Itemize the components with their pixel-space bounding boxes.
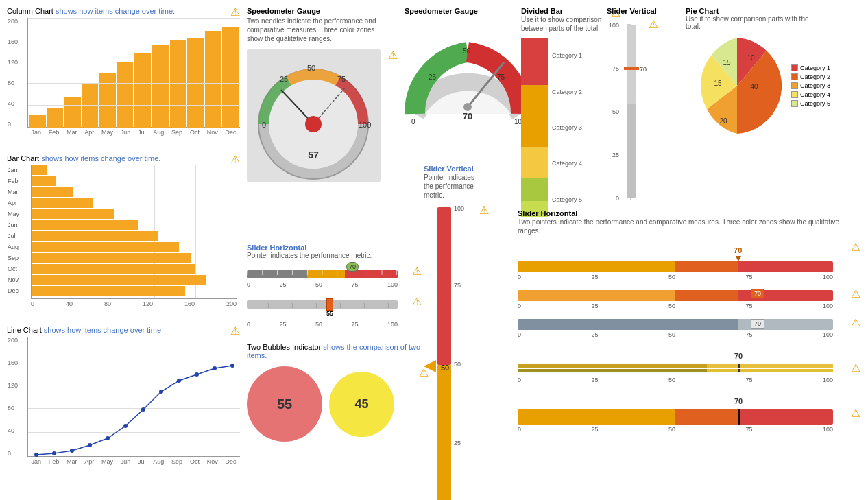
- svg-rect-55: [624, 67, 639, 70]
- svg-text:75: 75: [612, 65, 619, 72]
- db-cat4: [521, 178, 548, 201]
- svg-text:25: 25: [612, 152, 619, 158]
- svg-text:75: 75: [497, 73, 505, 81]
- slider-h-main-1: ⚠ 70 ▼ 0255075100: [518, 246, 860, 281]
- svg-point-2: [70, 449, 74, 453]
- line-chart-canvas: 20016012080400: [27, 337, 240, 457]
- svg-text:100: 100: [454, 205, 464, 212]
- divided-bar-desc: Use it to show comparison between parts …: [521, 15, 620, 33]
- sh1-pointer-label: 70 ▼: [734, 246, 743, 262]
- svg-text:0: 0: [262, 121, 266, 129]
- sh4-label: 70: [734, 352, 743, 360]
- bubbles-warning: ⚠: [419, 366, 429, 379]
- slider-h1-track-container: | | | | | | | | | | | 70: [247, 265, 398, 281]
- svg-point-5: [123, 424, 128, 428]
- pie-chart-desc: Use it to show comparison parts with the…: [686, 15, 823, 30]
- line-chart-xticks: JanFebMarAprMayJunJulAugSepOctNovDec: [27, 458, 240, 465]
- sh5-ticks: 0255075100: [518, 426, 833, 433]
- divided-bar-chart: Category 1 Category 2 Category 3 Categor…: [521, 38, 620, 217]
- svg-text:10: 10: [747, 54, 755, 62]
- slider-h-main-title: Slider Horizontal: [518, 209, 860, 217]
- bubbles-title: Two Bubbles Indicator shows the comparis…: [247, 343, 432, 359]
- svg-point-0: [34, 453, 38, 457]
- slider-h2: ⚠ || || || || || || 55 0255075100: [247, 295, 422, 328]
- sh2-ticks: 0255075100: [518, 302, 833, 309]
- slider-v-left-container: ⚠ 100 75 50 25 0 70: [607, 18, 658, 208]
- slider-h-main-section: Slider Horizontal Two pointers indicate …: [518, 209, 860, 433]
- slider-vertical-center: Slider Vertical Pointer indicates the pe…: [424, 165, 475, 500]
- slider-v-left-warning: ⚠: [649, 18, 658, 31]
- svg-point-4: [106, 436, 110, 440]
- svg-text:25: 25: [454, 440, 461, 447]
- svg-text:20: 20: [719, 117, 727, 125]
- bar-chart-xticks: 04080120160200: [31, 300, 237, 307]
- pie-chart-section: Pie Chart Use it to show comparison part…: [686, 7, 867, 137]
- slider-h-small-title: Slider Horizontal: [247, 243, 422, 252]
- legend-cat2: Category 2: [791, 73, 830, 80]
- slider-v-center-title: Slider Vertical: [424, 165, 475, 173]
- sh3-track: [518, 319, 833, 330]
- divided-bar-bars: [521, 38, 548, 217]
- slider-vertical-left: Slider Vertical ⚠ 100 75 50 25 0 70: [607, 7, 658, 208]
- bubbles-display: 55 45: [247, 366, 432, 442]
- sh3-pointer: 70: [751, 319, 764, 329]
- sh2-warning: ⚠: [851, 287, 860, 300]
- svg-rect-34: [437, 365, 451, 500]
- svg-point-22: [305, 116, 322, 132]
- svg-text:70: 70: [463, 111, 472, 121]
- slider-h1-ticks: 0255075100: [247, 281, 398, 288]
- svg-text:50: 50: [463, 47, 471, 55]
- svg-text:40: 40: [750, 83, 758, 91]
- slider-h2-ticks: 0255075100: [247, 321, 398, 328]
- db-cat1: [521, 38, 548, 85]
- svg-point-9: [195, 372, 199, 377]
- pie-chart-container: 40 20 15 15 10 Category 1 Category 2 Cat…: [686, 34, 867, 137]
- slider-v-center-desc: Pointer indicates the performance metric…: [424, 173, 475, 200]
- slider-h2-track-container: || || || || || || 55: [247, 295, 398, 311]
- slider-h-main-5: 70 ⚠ 0255075100: [518, 397, 860, 433]
- sh2-track: [518, 290, 833, 301]
- slider-h1-pointer: 70: [346, 262, 359, 272]
- sh5-track: [518, 409, 833, 425]
- db-cat3: [521, 147, 548, 178]
- slider-v-left-title: Slider Vertical: [607, 7, 658, 15]
- svg-point-7: [159, 390, 163, 394]
- slider-v-center-warning: ⚠: [479, 204, 489, 217]
- svg-text:75: 75: [454, 282, 461, 289]
- slider-h-main-4: 70 ⚠ 0255075100: [518, 352, 860, 383]
- svg-text:75: 75: [337, 75, 346, 83]
- speedo1-desc: Two needles indicate the performance and…: [247, 16, 387, 43]
- svg-point-10: [213, 366, 217, 370]
- bubbles-section: Two Bubbles Indicator shows the comparis…: [247, 343, 432, 442]
- legend-cat3: Category 3: [791, 82, 830, 89]
- sh5-label: 70: [734, 397, 743, 405]
- slider-h2-warning: ⚠: [412, 295, 422, 308]
- sh4-track: [518, 364, 833, 375]
- legend-cat1: Category 1: [791, 64, 830, 71]
- line-chart-svg: [28, 337, 241, 457]
- svg-text:50: 50: [441, 364, 449, 372]
- bar-chart-warning: ⚠: [230, 153, 240, 166]
- slider-h2-value: 55: [326, 310, 333, 317]
- bubble2: 45: [329, 372, 394, 437]
- column-chart-warning: ⚠: [230, 5, 240, 19]
- bar-chart-area: Bar Chart shows how items change over ti…: [7, 154, 240, 322]
- svg-text:0: 0: [616, 195, 619, 202]
- slider-h1: ⚠ | | | | | | | | | | |: [247, 265, 422, 288]
- svg-point-8: [177, 379, 181, 383]
- svg-text:100: 100: [609, 22, 619, 29]
- divided-bar-title: Divided Bar: [521, 7, 620, 15]
- svg-text:50: 50: [612, 108, 619, 115]
- bar-chart-bars: Jan Feb Mar Apr May Jun Jul Aug Sep Oct …: [31, 165, 237, 299]
- speedo1-title: Speedometer Gauge: [247, 7, 398, 15]
- column-chart-yticks: 20016012080400: [8, 18, 18, 128]
- speedo1-warning: ⚠: [388, 49, 398, 62]
- pie-chart-title: Pie Chart: [686, 7, 867, 15]
- svg-text:15: 15: [723, 59, 731, 67]
- svg-text:25: 25: [429, 73, 437, 81]
- divided-bar-section: Divided Bar Use it to show comparison be…: [521, 7, 620, 217]
- sh1-track: [518, 261, 833, 272]
- pie-chart-svg: 40 20 15 15 10: [686, 34, 788, 137]
- legend-cat4: Category 4: [791, 91, 830, 98]
- slider-h-small-section: Slider Horizontal Pointer indicates the …: [247, 243, 422, 328]
